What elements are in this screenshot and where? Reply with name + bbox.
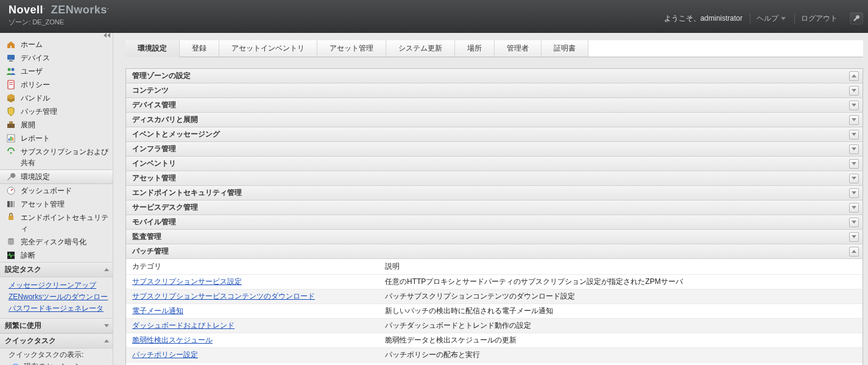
diagnostics-icon [6,250,16,260]
sidebar-item-users[interactable]: ユーザ [0,65,113,78]
sidebar-item-diagnostics[interactable]: 診断 [0,249,113,262]
quick-task-radio-row[interactable]: 現在のセッション [0,361,113,365]
accordion-row[interactable]: イベントとメッセージング [126,127,863,141]
fulldisk-icon [6,237,16,247]
pm-category-link[interactable]: 電子メール通知 [132,307,183,315]
accordion-row[interactable]: コンテンツ [126,83,863,97]
tab-config[interactable]: 環境設定 [125,40,180,57]
accordion-toggle[interactable] [849,188,859,198]
accordion-toggle[interactable] [849,218,859,227]
devices-icon [6,53,16,63]
pm-description: 脆弱性データと検出スケジュールの更新 [385,335,856,346]
accordion-toggle[interactable] [849,203,859,213]
accordion-row[interactable]: パッチ管理 [126,244,863,258]
accordion-row[interactable]: デバイス管理 [126,97,863,112]
pm-table-head: カテゴリ説明 [126,258,863,274]
accordion-label: インフラ管理 [132,144,176,154]
svg-rect-15 [10,201,13,207]
accordion-toggle[interactable] [849,130,859,140]
pm-category-link[interactable]: サブスクリプションサービス設定 [132,277,242,286]
accordion-row[interactable]: モバイル管理 [126,214,863,229]
pm-category-link[interactable]: ダッシュボードおよびトレンド [132,321,235,330]
sidebar-collapse[interactable] [0,33,113,38]
svg-rect-12 [12,137,13,141]
pm-description: パッチポリシーの配布と実行 [385,350,856,360]
top-banner: Novell. ZENworks. ゾーン: DE_ZONE ようこそ、admi… [0,0,868,33]
accordion-row[interactable]: ディスカバリと展開 [126,112,863,127]
pm-col-description: 説明 [385,261,856,272]
accordion-toggle[interactable] [849,174,859,183]
accordion-row[interactable]: 管理ゾーンの設定 [126,69,863,83]
pm-table-row: サブスクリプションサービスコンテンツのダウンロードパッチサブスクリプションコンテ… [126,289,863,303]
sidebar-item-label: ホーム [21,39,43,50]
quick-task-head[interactable]: クイックタスク [0,333,113,349]
accordion-row[interactable]: 監査管理 [126,229,863,244]
frequently-used-title: 頻繁に使用 [5,321,41,331]
svg-point-3 [12,68,15,71]
accordion-toggle[interactable] [849,247,859,257]
accordion-toggle[interactable] [849,232,859,242]
accordion-toggle[interactable] [849,144,859,154]
sidebar-item-bundles[interactable]: バンドル [0,91,113,105]
tab-admin[interactable]: 管理者 [495,40,542,57]
tab-location[interactable]: 場所 [455,40,495,57]
tab-cert[interactable]: 証明書 [542,40,588,57]
chevron-up-icon [852,250,856,253]
sidebar-item-config[interactable]: 環境設定 [0,169,113,184]
accordion-row[interactable]: エンドポイントセキュリティ管理 [126,185,863,200]
sidebar-item-assetmgmt[interactable]: アセット管理 [0,197,113,211]
reports-icon [6,133,16,143]
svg-rect-17 [9,216,13,220]
sidebar-item-label: サブスクリプションおよび共有 [21,146,110,168]
settings-task-link[interactable]: メッセージクリーンアップ [9,280,113,291]
tab-register[interactable]: 登録 [180,40,219,57]
chevron-down-icon [852,147,856,151]
sidebar-item-patchmgmt[interactable]: パッチ管理 [0,105,113,118]
subscriptions-icon [6,146,16,156]
logout-link[interactable]: ログアウト [794,13,844,24]
frequently-used-head[interactable]: 頻繁に使用 [0,318,113,333]
pm-category-link[interactable]: パッチポリシー設定 [132,350,198,359]
accordion-row[interactable]: インベントリ [126,156,863,171]
accordion-label: イベントとメッセージング [132,129,220,140]
sidebar-item-fulldisk[interactable]: 完全ディスク暗号化 [0,235,113,249]
settings-task-link[interactable]: パスワードキージェネレータ [9,303,113,314]
accordion-toggle[interactable] [849,71,859,81]
settings-task-link[interactable]: ZENworksツールのダウンロー [9,291,113,303]
sidebar-nav-list: ホームデバイスユーザポリシーバンドルパッチ管理展開レポートサブスクリプションおよ… [0,38,113,262]
chevron-down-icon [852,177,856,180]
accordion-row[interactable]: アセット管理 [126,171,863,185]
svg-rect-0 [7,55,15,60]
settings-tasks-links: メッセージクリーンアップZENworksツールのダウンローパスワードキージェネレ… [0,277,113,318]
tool-icon-button[interactable] [850,12,863,24]
pm-col-category: カテゴリ [132,261,385,272]
pm-description: パッチダッシュボードとトレンド動作の設定 [385,321,856,331]
help-menu[interactable]: ヘルプ [750,13,792,24]
sidebar-item-policies[interactable]: ポリシー [0,78,113,91]
brand-novell: Novell [9,4,43,16]
tab-sysupdate[interactable]: システム更新 [386,40,455,57]
sidebar-item-subscriptions[interactable]: サブスクリプションおよび共有 [0,145,113,169]
sidebar-item-reports[interactable]: レポート [0,132,113,145]
pm-category-link[interactable]: サブスクリプションサービスコンテンツのダウンロード [132,292,315,300]
settings-tasks-head[interactable]: 設定タスク [0,262,113,277]
accordion-toggle[interactable] [849,159,859,169]
accordion-row[interactable]: インフラ管理 [126,141,863,156]
accordion-toggle[interactable] [849,115,859,125]
sidebar-item-devices[interactable]: デバイス [0,51,113,65]
sidebar-item-home[interactable]: ホーム [0,38,113,51]
accordion-toggle[interactable] [849,101,859,110]
accordion-row[interactable]: サービスデスク管理 [126,200,863,214]
accordion-toggle[interactable] [849,86,859,96]
bundles-icon [6,93,16,103]
accordion-label: パッチ管理 [132,246,169,257]
sidebar-item-endpointsec[interactable]: エンドポイントセキュリティ [0,211,113,235]
tab-assetinv[interactable]: アセットインベントリ [219,40,317,57]
policies-icon [6,80,16,90]
pm-category-link[interactable]: 脆弱性検出スケジュール [132,336,213,344]
pm-table-row: 電子メール通知新しいパッチの検出時に配信される電子メール通知 [126,303,863,318]
tab-assetmgmt[interactable]: アセット管理 [317,40,386,57]
sidebar-item-dashboard[interactable]: ダッシュボード [0,184,113,197]
brand-dot1: . [43,4,45,10]
sidebar-item-deployment[interactable]: 展開 [0,118,113,132]
